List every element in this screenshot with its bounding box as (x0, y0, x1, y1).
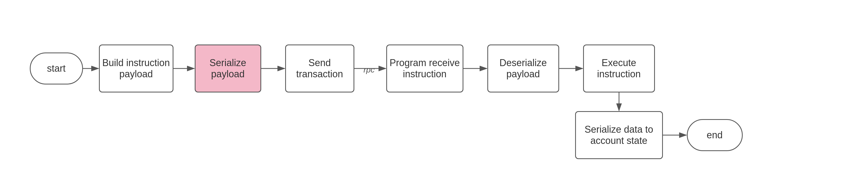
node-program: Program receive instruction (386, 45, 463, 92)
node-end: end (687, 119, 743, 151)
node-serialize2: Serialize data to account state (575, 111, 663, 159)
node-execute: Execute instruction (583, 45, 655, 92)
rpc-label: rpc (364, 65, 375, 74)
node-send: Send transaction (285, 45, 354, 92)
flow-diagram: start Build instruction payload Serializ… (22, 15, 846, 175)
flow-arrows (22, 15, 846, 175)
node-start: start (30, 53, 83, 84)
node-deserialize: Deserialize payload (487, 45, 559, 92)
node-serialize: Serialize payload (195, 45, 261, 92)
node-build: Build instruction payload (99, 45, 174, 92)
